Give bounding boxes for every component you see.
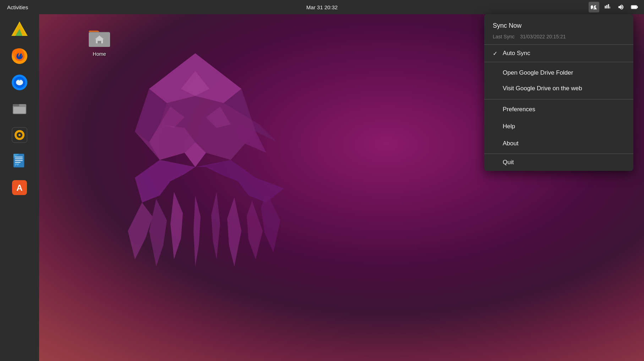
topbar-right [589, 2, 640, 12]
about-label: About [503, 140, 518, 147]
dock-item-thunderbird[interactable] [7, 70, 32, 95]
menu-section-links: ✓ Open Google Drive Folder ✓ Visit Googl… [484, 62, 633, 99]
dock-item-firefox[interactable] [7, 44, 32, 68]
auto-sync-checkmark: ✓ [493, 50, 499, 57]
dock-item-rhythmbox[interactable] [7, 123, 32, 147]
svg-rect-48 [15, 160, 23, 161]
auto-sync-label: Auto Sync [503, 50, 530, 57]
quit-label: Quit [503, 159, 514, 166]
last-sync-info: Last Sync 31/03/2022 20:15:21 [493, 34, 625, 39]
activities-button[interactable]: Activities [4, 3, 31, 12]
dock-item-software-center[interactable]: A [7, 176, 32, 200]
help-label: Help [503, 123, 515, 130]
menu-section-sync: Sync Now Last Sync 31/03/2022 20:15:21 [484, 14, 633, 44]
battery-icon[interactable] [629, 2, 640, 12]
svg-rect-22 [608, 4, 609, 9]
dock-item-ark[interactable] [7, 18, 32, 42]
preferences-label: Preferences [503, 106, 535, 113]
svg-rect-26 [632, 6, 637, 9]
topbar: Activities Mar 31 20:32 [0, 0, 644, 14]
svg-rect-25 [637, 6, 638, 8]
svg-rect-57 [98, 41, 101, 43]
svg-text:A: A [16, 183, 22, 193]
svg-rect-47 [15, 158, 23, 159]
svg-rect-39 [13, 107, 26, 113]
dock-item-files[interactable] [7, 97, 32, 121]
home-folder-icon[interactable]: Home [82, 25, 117, 57]
menu-section-bottom: ✓ Preferences ✓ Help ✓ About [484, 99, 633, 153]
dock: A [0, 14, 39, 361]
auto-sync-item[interactable]: ✓ Auto Sync [484, 45, 633, 62]
about-item[interactable]: ✓ About [484, 135, 633, 152]
svg-rect-46 [15, 157, 23, 157]
quit-item[interactable]: ✓ Quit [484, 154, 633, 171]
open-folder-item[interactable]: ✓ Open Google Drive Folder [484, 65, 633, 81]
volume-icon[interactable] [616, 2, 626, 12]
visit-web-item[interactable]: ✓ Visit Google Drive on the web [484, 81, 633, 96]
svg-rect-23 [610, 7, 610, 9]
last-sync-prefix: Last Sync [493, 34, 514, 39]
svg-point-43 [18, 134, 21, 136]
last-sync-value: 31/03/2022 20:15:21 [520, 34, 566, 39]
svg-rect-49 [15, 162, 21, 163]
dock-item-writer[interactable] [7, 149, 32, 173]
help-item[interactable]: ✓ Help [484, 118, 633, 135]
topbar-left: Activities [4, 3, 31, 12]
preferences-item[interactable]: ✓ Preferences [484, 101, 633, 118]
open-folder-label: Open Google Drive Folder [503, 69, 573, 76]
topbar-datetime: Mar 31 20:32 [306, 4, 338, 10]
visit-web-label: Visit Google Drive on the web [503, 85, 582, 92]
google-drive-tray-icon[interactable] [589, 2, 599, 12]
sync-now-button[interactable]: Sync Now [493, 21, 625, 31]
context-menu: Sync Now Last Sync 31/03/2022 20:15:21 ✓… [484, 14, 633, 171]
network-icon[interactable] [602, 2, 613, 12]
svg-rect-21 [606, 5, 607, 9]
svg-rect-38 [13, 104, 19, 106]
svg-rect-20 [605, 6, 606, 9]
home-folder-label: Home [93, 51, 106, 57]
